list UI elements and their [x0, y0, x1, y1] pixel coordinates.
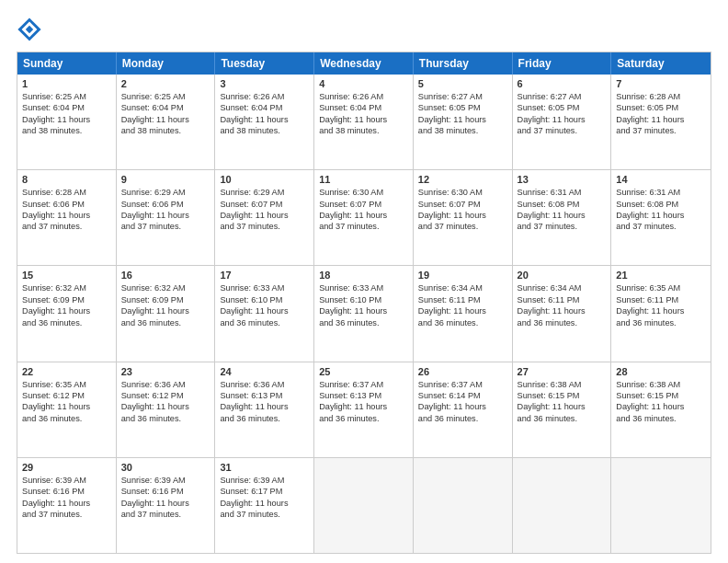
day-number: 24 — [220, 366, 309, 377]
calendar-header: SundayMondayTuesdayWednesdayThursdayFrid… — [17, 52, 711, 75]
day-info: Sunrise: 6:29 AM Sunset: 6:07 PM Dayligh… — [220, 187, 309, 233]
calendar-cell: 20Sunrise: 6:34 AM Sunset: 6:11 PM Dayli… — [513, 266, 612, 361]
calendar-cell: 23Sunrise: 6:36 AM Sunset: 6:12 PM Dayli… — [117, 362, 216, 457]
day-number: 13 — [518, 174, 607, 185]
day-info: Sunrise: 6:28 AM Sunset: 6:05 PM Dayligh… — [616, 91, 706, 137]
day-info: Sunrise: 6:34 AM Sunset: 6:11 PM Dayligh… — [418, 282, 507, 328]
day-number: 6 — [518, 78, 607, 89]
day-info: Sunrise: 6:33 AM Sunset: 6:10 PM Dayligh… — [220, 282, 309, 328]
calendar-cell: 4Sunrise: 6:26 AM Sunset: 6:04 PM Daylig… — [314, 75, 414, 169]
header — [17, 17, 711, 42]
calendar-cell: 10Sunrise: 6:29 AM Sunset: 6:07 PM Dayli… — [215, 170, 314, 265]
day-number: 7 — [616, 78, 706, 89]
day-number: 1 — [22, 78, 111, 89]
calendar-cell: 29Sunrise: 6:39 AM Sunset: 6:16 PM Dayli… — [17, 458, 117, 553]
day-info: Sunrise: 6:31 AM Sunset: 6:08 PM Dayligh… — [616, 187, 706, 233]
calendar: SundayMondayTuesdayWednesdayThursdayFrid… — [17, 52, 711, 554]
calendar-cell: 5Sunrise: 6:27 AM Sunset: 6:05 PM Daylig… — [414, 75, 513, 169]
day-number: 5 — [418, 78, 507, 89]
calendar-row: 22Sunrise: 6:35 AM Sunset: 6:12 PM Dayli… — [17, 362, 711, 457]
day-number: 9 — [121, 174, 210, 185]
calendar-cell: 1Sunrise: 6:25 AM Sunset: 6:04 PM Daylig… — [17, 75, 117, 169]
calendar-cell: 18Sunrise: 6:33 AM Sunset: 6:10 PM Dayli… — [314, 266, 414, 361]
calendar-row: 8Sunrise: 6:28 AM Sunset: 6:06 PM Daylig… — [17, 169, 711, 265]
calendar-cell: 30Sunrise: 6:39 AM Sunset: 6:16 PM Dayli… — [117, 458, 216, 553]
day-info: Sunrise: 6:37 AM Sunset: 6:13 PM Dayligh… — [319, 379, 408, 425]
page: SundayMondayTuesdayWednesdayThursdayFrid… — [0, 0, 728, 563]
day-info: Sunrise: 6:32 AM Sunset: 6:09 PM Dayligh… — [121, 282, 210, 328]
day-info: Sunrise: 6:35 AM Sunset: 6:12 PM Dayligh… — [22, 379, 111, 425]
day-info: Sunrise: 6:30 AM Sunset: 6:07 PM Dayligh… — [319, 187, 408, 233]
day-info: Sunrise: 6:39 AM Sunset: 6:16 PM Dayligh… — [121, 475, 210, 521]
calendar-cell: 7Sunrise: 6:28 AM Sunset: 6:05 PM Daylig… — [611, 75, 711, 169]
day-number: 31 — [220, 462, 309, 473]
calendar-cell: 19Sunrise: 6:34 AM Sunset: 6:11 PM Dayli… — [414, 266, 513, 361]
day-info: Sunrise: 6:33 AM Sunset: 6:10 PM Dayligh… — [319, 282, 408, 328]
day-info: Sunrise: 6:25 AM Sunset: 6:04 PM Dayligh… — [121, 91, 210, 137]
header-cell-tuesday: Tuesday — [215, 52, 314, 75]
calendar-cell — [611, 458, 711, 553]
header-cell-friday: Friday — [513, 52, 612, 75]
day-info: Sunrise: 6:29 AM Sunset: 6:06 PM Dayligh… — [121, 187, 210, 233]
day-number: 14 — [616, 174, 706, 185]
day-number: 21 — [616, 270, 706, 281]
calendar-cell: 16Sunrise: 6:32 AM Sunset: 6:09 PM Dayli… — [117, 266, 216, 361]
calendar-cell: 2Sunrise: 6:25 AM Sunset: 6:04 PM Daylig… — [117, 75, 216, 169]
day-number: 17 — [220, 270, 309, 281]
calendar-cell: 3Sunrise: 6:26 AM Sunset: 6:04 PM Daylig… — [215, 75, 314, 169]
calendar-cell: 15Sunrise: 6:32 AM Sunset: 6:09 PM Dayli… — [17, 266, 117, 361]
calendar-cell: 27Sunrise: 6:38 AM Sunset: 6:15 PM Dayli… — [513, 362, 612, 457]
day-info: Sunrise: 6:27 AM Sunset: 6:05 PM Dayligh… — [518, 91, 607, 137]
header-cell-saturday: Saturday — [611, 52, 711, 75]
calendar-cell: 11Sunrise: 6:30 AM Sunset: 6:07 PM Dayli… — [314, 170, 414, 265]
day-info: Sunrise: 6:35 AM Sunset: 6:11 PM Dayligh… — [616, 282, 706, 328]
header-cell-thursday: Thursday — [414, 52, 513, 75]
calendar-row: 15Sunrise: 6:32 AM Sunset: 6:09 PM Dayli… — [17, 265, 711, 361]
calendar-cell: 17Sunrise: 6:33 AM Sunset: 6:10 PM Dayli… — [215, 266, 314, 361]
day-number: 20 — [518, 270, 607, 281]
calendar-body: 1Sunrise: 6:25 AM Sunset: 6:04 PM Daylig… — [17, 75, 711, 553]
day-number: 11 — [319, 174, 408, 185]
day-number: 26 — [418, 366, 507, 377]
day-info: Sunrise: 6:32 AM Sunset: 6:09 PM Dayligh… — [22, 282, 111, 328]
day-info: Sunrise: 6:26 AM Sunset: 6:04 PM Dayligh… — [220, 91, 309, 137]
calendar-cell: 14Sunrise: 6:31 AM Sunset: 6:08 PM Dayli… — [611, 170, 711, 265]
day-info: Sunrise: 6:38 AM Sunset: 6:15 PM Dayligh… — [616, 379, 706, 425]
day-info: Sunrise: 6:38 AM Sunset: 6:15 PM Dayligh… — [518, 379, 607, 425]
day-number: 18 — [319, 270, 408, 281]
header-cell-monday: Monday — [117, 52, 216, 75]
day-number: 22 — [22, 366, 111, 377]
calendar-cell: 6Sunrise: 6:27 AM Sunset: 6:05 PM Daylig… — [513, 75, 612, 169]
day-info: Sunrise: 6:31 AM Sunset: 6:08 PM Dayligh… — [518, 187, 607, 233]
day-number: 28 — [616, 366, 706, 377]
day-number: 16 — [121, 270, 210, 281]
calendar-cell: 26Sunrise: 6:37 AM Sunset: 6:14 PM Dayli… — [414, 362, 513, 457]
day-number: 8 — [22, 174, 111, 185]
day-info: Sunrise: 6:36 AM Sunset: 6:12 PM Dayligh… — [121, 379, 210, 425]
calendar-cell: 25Sunrise: 6:37 AM Sunset: 6:13 PM Dayli… — [314, 362, 414, 457]
day-number: 10 — [220, 174, 309, 185]
day-info: Sunrise: 6:26 AM Sunset: 6:04 PM Dayligh… — [319, 91, 408, 137]
calendar-cell — [414, 458, 513, 553]
day-number: 15 — [22, 270, 111, 281]
day-number: 27 — [518, 366, 607, 377]
day-number: 2 — [121, 78, 210, 89]
day-info: Sunrise: 6:39 AM Sunset: 6:17 PM Dayligh… — [220, 475, 309, 521]
calendar-cell: 31Sunrise: 6:39 AM Sunset: 6:17 PM Dayli… — [215, 458, 314, 553]
day-number: 29 — [22, 462, 111, 473]
logo — [17, 17, 46, 42]
header-cell-sunday: Sunday — [17, 52, 117, 75]
calendar-cell: 24Sunrise: 6:36 AM Sunset: 6:13 PM Dayli… — [215, 362, 314, 457]
day-info: Sunrise: 6:36 AM Sunset: 6:13 PM Dayligh… — [220, 379, 309, 425]
day-info: Sunrise: 6:34 AM Sunset: 6:11 PM Dayligh… — [518, 282, 607, 328]
day-info: Sunrise: 6:39 AM Sunset: 6:16 PM Dayligh… — [22, 475, 111, 521]
day-number: 19 — [418, 270, 507, 281]
logo-icon — [17, 17, 42, 42]
calendar-cell: 22Sunrise: 6:35 AM Sunset: 6:12 PM Dayli… — [17, 362, 117, 457]
day-info: Sunrise: 6:25 AM Sunset: 6:04 PM Dayligh… — [22, 91, 111, 137]
day-info: Sunrise: 6:27 AM Sunset: 6:05 PM Dayligh… — [418, 91, 507, 137]
calendar-cell — [314, 458, 414, 553]
calendar-row: 1Sunrise: 6:25 AM Sunset: 6:04 PM Daylig… — [17, 75, 711, 169]
day-info: Sunrise: 6:37 AM Sunset: 6:14 PM Dayligh… — [418, 379, 507, 425]
calendar-cell: 12Sunrise: 6:30 AM Sunset: 6:07 PM Dayli… — [414, 170, 513, 265]
